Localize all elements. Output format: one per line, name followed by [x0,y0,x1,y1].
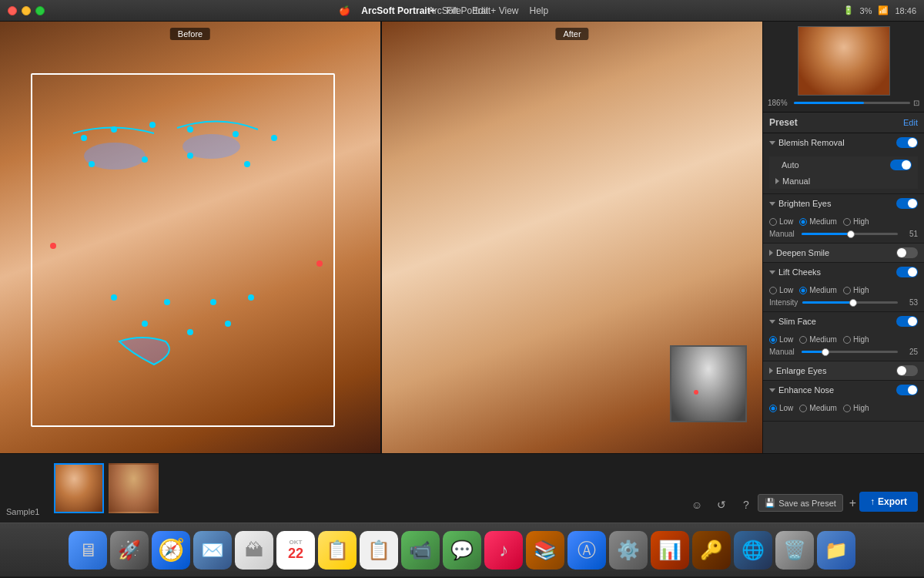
dock-calendar-icon[interactable]: OKT 22 [276,531,315,570]
slim-face-slider-row: Manual 25 [769,348,918,356]
lift-low-radio[interactable] [769,287,777,294]
slim-medium-radio[interactable] [799,336,807,344]
lift-high-option[interactable]: High [843,286,869,294]
lift-cheeks-header[interactable]: Lift Cheeks [763,263,924,281]
dock-music-icon[interactable]: ♪ [484,531,523,570]
landmark-dot [164,299,170,305]
slim-face-header[interactable]: Slim Face [763,312,924,331]
landmark-dot [142,321,148,327]
zoom-value: 186% [768,99,791,107]
dock-finder-icon[interactable]: 🖥 [69,531,107,570]
nose-high-radio[interactable] [843,405,851,412]
brighten-low-radio[interactable] [769,218,777,226]
lift-cheeks-slider[interactable] [802,301,898,304]
brighten-slider-thumb[interactable] [847,230,855,238]
film-thumb-2[interactable] [109,463,159,513]
lift-slider-thumb[interactable] [849,299,857,307]
dock-messages-icon[interactable]: 💬 [443,531,481,570]
slim-medium-option[interactable]: Medium [799,335,837,344]
apple-menu[interactable]: 🍎 [339,5,350,16]
nose-medium-option[interactable]: Medium [799,404,837,412]
deepen-smile-toggle[interactable] [896,247,918,258]
chevron-down-icon [769,202,775,206]
blemish-removal-header[interactable]: Blemish Removal [763,133,924,152]
slim-high-option[interactable]: High [843,335,869,344]
edit-link[interactable]: Edit [903,118,918,127]
dock-notes-icon[interactable]: 📋 [318,531,357,570]
brighten-medium-radio[interactable] [799,218,807,226]
brighten-eyes-title: Brighten Eyes [778,199,893,208]
app-name-menu[interactable]: ArcSoft Portrait+ [361,5,435,16]
brighten-eyes-slider[interactable] [802,233,898,235]
dock-reminders-icon[interactable]: 📋 [360,531,398,570]
zoom-slider[interactable] [794,102,910,104]
dock-misc1-icon[interactable]: 🔑 [692,531,731,570]
dock-activity-icon[interactable]: 📊 [651,531,689,570]
lift-low-option[interactable]: Low [769,286,793,294]
brighten-high-radio[interactable] [843,218,851,226]
before-panel: Before [0,22,382,453]
nose-medium-radio[interactable] [799,405,807,412]
close-button[interactable] [8,6,17,15]
brighten-eyes-header[interactable]: Brighten Eyes [763,194,924,213]
slim-low-option[interactable]: Low [769,335,793,344]
help-menu[interactable]: Help [530,5,549,16]
brighten-low-option[interactable]: Low [769,217,793,226]
chevron-down-icon [769,271,775,274]
refresh-icon[interactable]: ↺ [713,496,730,513]
slim-slider-thumb[interactable] [822,348,829,356]
film-thumb-1[interactable] [54,463,104,513]
dock-settings-icon[interactable]: ⚙️ [609,531,648,570]
lift-high-radio[interactable] [843,287,851,294]
lift-cheeks-toggle[interactable] [896,267,918,277]
dock-folder-icon[interactable]: 📁 [817,531,855,570]
nose-low-radio[interactable] [769,405,777,412]
brighten-high-label: High [853,217,869,226]
chevron-right-icon [769,368,773,374]
auto-toggle[interactable] [890,160,912,170]
brighten-eyes-toggle[interactable] [896,198,918,209]
save-preset-button[interactable]: 💾 Save as Preset [758,494,843,512]
dock-appstore-icon[interactable]: Ⓐ [567,531,606,570]
brighten-medium-option[interactable]: Medium [799,217,837,226]
enhance-nose-toggle[interactable] [896,385,918,395]
slim-low-label: Low [779,335,793,344]
enhance-nose-header[interactable]: Enhance Nose [763,381,924,399]
slim-low-radio[interactable] [769,336,777,344]
lift-medium-radio[interactable] [799,287,807,294]
slim-slider-label: Manual [769,348,797,356]
deepen-smile-header[interactable]: Deepen Smile [763,244,924,262]
minimize-button[interactable] [22,6,31,15]
brighten-high-option[interactable]: High [843,217,869,226]
dock-mail-icon[interactable]: ✉️ [193,531,232,570]
face-icon[interactable]: ☺ [688,496,705,513]
export-button[interactable]: ↑ Export [859,492,918,512]
dock-launchpad-icon[interactable]: 🚀 [110,531,149,570]
dock-books-icon[interactable]: 📚 [526,531,564,570]
lift-medium-option[interactable]: Medium [799,286,837,294]
dock-photos-icon[interactable]: 🏔 [235,531,273,570]
slim-face-slider[interactable] [802,351,898,353]
dock-facetime-icon[interactable]: 📹 [401,531,440,570]
nose-high-option[interactable]: High [843,404,869,412]
maximize-button[interactable] [35,6,45,15]
dock-trash-icon[interactable]: 🗑️ [775,531,814,570]
landmark-dot [187,329,193,335]
enlarge-eyes-header[interactable]: Enlarge Eyes [763,361,924,380]
dock-misc2-icon[interactable]: 🌐 [734,531,772,570]
slim-high-radio[interactable] [843,336,851,344]
view-menu[interactable]: View [499,5,519,16]
landmark-dot [271,135,277,141]
manual-item[interactable]: Manual [769,173,918,189]
enlarge-eyes-toggle[interactable] [896,365,918,376]
help-icon[interactable]: ? [738,496,755,513]
nose-low-option[interactable]: Low [769,404,793,412]
slim-face-toggle[interactable] [896,316,918,327]
zoom-fit-icon[interactable]: ⊡ [913,99,919,107]
landmark-dot [142,156,148,163]
landmark-dot [187,126,193,133]
zoom-bar: 186% ⊡ [768,99,919,107]
landmark-dot [81,135,87,141]
dock-safari-icon[interactable]: 🧭 [152,531,190,570]
blemish-removal-toggle[interactable] [896,137,918,148]
